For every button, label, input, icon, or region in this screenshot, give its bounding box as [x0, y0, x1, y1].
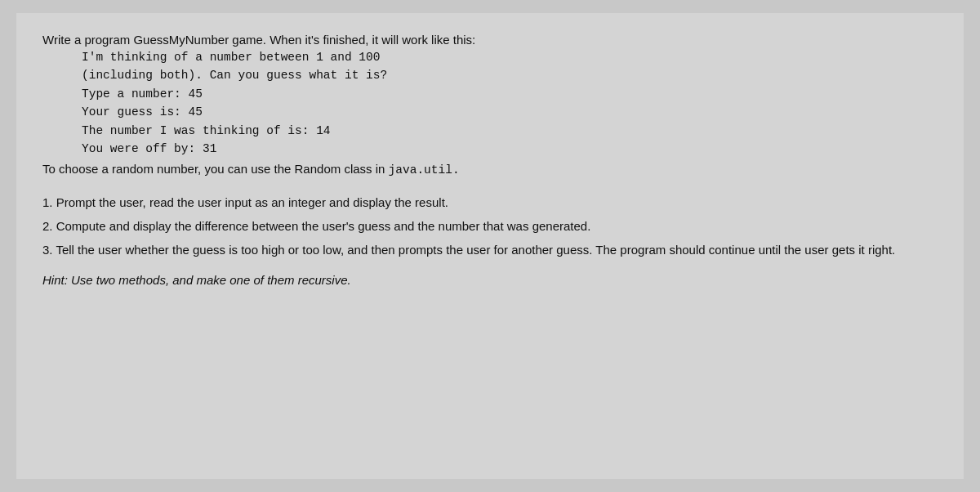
main-content: Write a program GuessMyNumber game. When… — [16, 13, 964, 479]
random-desc-text: To choose a random number, you can use t… — [42, 162, 389, 176]
code-block: I'm thinking of a number between 1 and 1… — [82, 48, 938, 159]
intro-text: Write a program GuessMyNumber game. When… — [42, 33, 938, 47]
numbered-item-3: 3. Tell the user whether the guess is to… — [42, 240, 938, 259]
code-line-6: You were off by: 31 — [82, 140, 938, 158]
random-description: To choose a random number, you can use t… — [42, 162, 938, 177]
code-line-3: Type a number: 45 — [82, 85, 938, 103]
code-line-4: Your guess is: 45 — [82, 103, 938, 121]
code-line-2: (including both). Can you guess what it … — [82, 66, 938, 84]
random-class-text: java.util. — [389, 163, 460, 177]
code-line-5: The number I was thinking of is: 14 — [82, 122, 938, 140]
hint-text: Hint: Use two methods, and make one of t… — [42, 273, 938, 287]
code-line-1: I'm thinking of a number between 1 and 1… — [82, 48, 938, 66]
numbered-item-2: 2. Compute and display the difference be… — [42, 217, 938, 235]
numbered-item-1: 1. Prompt the user, read the user input … — [42, 193, 938, 212]
